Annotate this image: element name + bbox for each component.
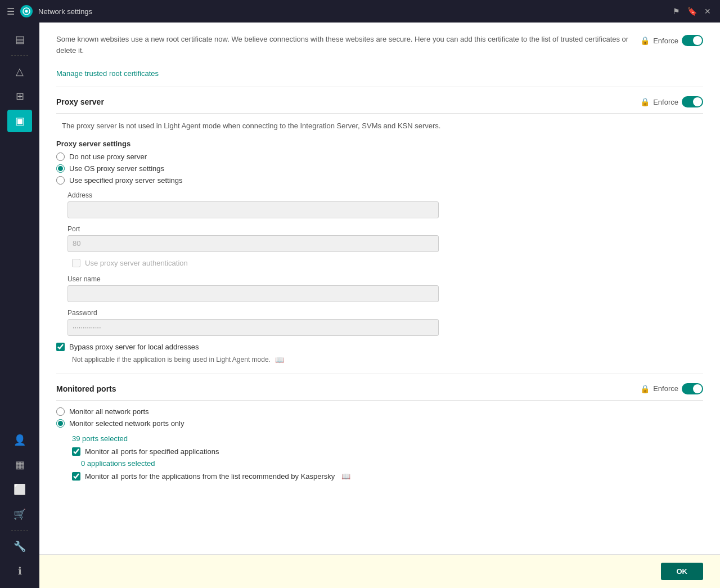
ports-lock-icon: 🔒 <box>640 384 650 393</box>
bookmark-button[interactable]: 🔖 <box>686 6 698 17</box>
ports-selected-link[interactable]: 39 ports selected <box>56 434 703 443</box>
apps-checkbox-label: Monitor all ports for specified applicat… <box>85 447 219 456</box>
app-icon <box>20 5 33 17</box>
cert-description: Some known websites use a new root certi… <box>56 34 634 56</box>
radio-specified-proxy-label: Use specified proxy server settings <box>69 176 183 185</box>
monitored-ports-section: Monitored ports 🔒 Enforce <box>56 383 703 481</box>
port-field-group: Port <box>56 225 703 252</box>
sidebar-item-users[interactable]: 👤 <box>7 429 32 451</box>
sidebar-item-reports[interactable]: ⊞ <box>7 85 32 107</box>
sidebar-divider-1 <box>11 55 28 56</box>
radio-os-proxy-label: Use OS proxy server settings <box>69 164 164 173</box>
password-field-group: Password <box>56 309 703 336</box>
auth-checkbox[interactable] <box>72 259 80 267</box>
proxy-lock-icon: 🔒 <box>640 97 650 106</box>
kaspersky-link-icon[interactable]: 📖 <box>341 472 350 481</box>
proxy-settings-label: Proxy server settings <box>56 140 703 148</box>
sidebar: ▤ △ ⊞ ▣ 👤 ▦ ⬜ 🛒 🔧 ℹ <box>0 23 39 588</box>
sidebar-item-info[interactable]: ℹ <box>7 560 32 582</box>
bottom-bar: OK <box>39 554 720 588</box>
proxy-enforce-label: Enforce <box>653 98 678 106</box>
port-input[interactable] <box>68 235 439 252</box>
sidebar-item-servers[interactable]: ▦ <box>7 454 32 476</box>
username-input[interactable] <box>68 285 439 302</box>
window-title: Network settings <box>38 7 665 16</box>
address-field-group: Address <box>56 191 703 218</box>
ports-section-header: Monitored ports 🔒 Enforce <box>56 383 703 401</box>
auth-checkbox-item[interactable]: Use proxy server authentication <box>56 259 703 267</box>
top-bar: ☰ Network settings ⚑ 🔖 ✕ <box>0 0 720 23</box>
radio-no-proxy[interactable]: Do not use proxy server <box>56 152 703 161</box>
window-actions: ⚑ 🔖 ✕ <box>670 6 713 17</box>
bypass-checkbox-label: Bypass proxy server for local addresses <box>69 343 199 351</box>
radio-selected-ports[interactable]: Monitor selected network ports only <box>56 419 703 428</box>
username-field-group: User name <box>56 275 703 302</box>
proxy-enforce-row: 🔒 Enforce <box>640 96 703 107</box>
radio-all-ports-label: Monitor all network ports <box>69 407 149 416</box>
password-input[interactable] <box>68 319 439 336</box>
proxy-section: Proxy server 🔒 Enforce The proxy server … <box>56 96 703 365</box>
close-button[interactable]: ✕ <box>702 6 713 17</box>
proxy-enforce-toggle[interactable] <box>682 96 703 107</box>
hamburger-menu[interactable]: ☰ <box>7 6 15 17</box>
port-label: Port <box>68 225 703 233</box>
sidebar-divider-2 <box>11 530 28 531</box>
ports-enforce-toggle[interactable] <box>682 383 703 394</box>
kaspersky-checkbox[interactable] <box>72 472 80 481</box>
username-label: User name <box>68 275 703 283</box>
svg-point-1 <box>25 10 28 13</box>
bypass-note-row: Not applicable if the application is bei… <box>56 354 703 365</box>
sidebar-item-network[interactable]: ▣ <box>7 110 32 132</box>
radio-selected-ports-label: Monitor selected network ports only <box>69 419 184 428</box>
cert-lock-icon: 🔒 <box>640 36 650 45</box>
radio-os-proxy[interactable]: Use OS proxy server settings <box>56 164 703 173</box>
bypass-checkbox[interactable] <box>56 343 65 351</box>
password-label: Password <box>68 309 703 317</box>
sidebar-item-devices[interactable]: ⬜ <box>7 478 32 501</box>
radio-all-ports[interactable]: Monitor all network ports <box>56 407 703 416</box>
sidebar-item-alerts[interactable]: △ <box>7 60 32 83</box>
content-scroll: Some known websites use a new root certi… <box>39 23 720 554</box>
cert-section: Some known websites use a new root certi… <box>56 34 703 78</box>
bypass-link-icon[interactable]: 📖 <box>275 356 284 364</box>
manage-certs-link[interactable]: Manage trusted root certificates <box>56 69 159 78</box>
content-area: Some known websites use a new root certi… <box>39 23 720 588</box>
ports-radio-group: Monitor all network ports Monitor select… <box>56 407 703 428</box>
sidebar-item-store[interactable]: 🛒 <box>7 503 32 526</box>
apps-checkbox[interactable] <box>72 447 80 456</box>
kaspersky-checkbox-item[interactable]: Monitor all ports for the applications f… <box>56 472 703 481</box>
proxy-title: Proxy server <box>56 97 640 106</box>
kaspersky-checkbox-label: Monitor all ports for the applications f… <box>85 472 335 481</box>
radio-no-proxy-label: Do not use proxy server <box>69 152 147 161</box>
apps-selected-link[interactable]: 0 applications selected <box>56 459 703 468</box>
cert-enforce-toggle[interactable] <box>682 35 703 46</box>
proxy-info-text: The proxy server is not used in Light Ag… <box>56 120 703 132</box>
proxy-radio-group: Do not use proxy server Use OS proxy ser… <box>56 152 703 185</box>
flag-button[interactable]: ⚑ <box>670 6 682 17</box>
address-label: Address <box>68 191 703 199</box>
cert-enforce-label: Enforce <box>653 37 678 45</box>
sidebar-item-list[interactable]: ▤ <box>7 28 32 51</box>
ok-button[interactable]: OK <box>661 563 704 580</box>
bypass-note: Not applicable if the application is bei… <box>72 356 271 363</box>
radio-specified-proxy[interactable]: Use specified proxy server settings <box>56 176 703 185</box>
ports-enforce-label: Enforce <box>653 384 678 393</box>
cert-enforce-row: 🔒 Enforce <box>640 35 703 46</box>
sidebar-item-tools[interactable]: 🔧 <box>7 535 32 558</box>
bypass-checkbox-item[interactable]: Bypass proxy server for local addresses <box>56 343 703 351</box>
section-sep-1 <box>56 87 703 87</box>
proxy-section-header: Proxy server 🔒 Enforce <box>56 96 703 114</box>
auth-checkbox-label: Use proxy server authentication <box>85 259 188 267</box>
address-input[interactable] <box>68 201 439 218</box>
ports-enforce-row: 🔒 Enforce <box>640 383 703 394</box>
section-sep-2 <box>56 374 703 374</box>
apps-checkbox-item[interactable]: Monitor all ports for specified applicat… <box>56 447 703 456</box>
ports-title: Monitored ports <box>56 384 640 393</box>
